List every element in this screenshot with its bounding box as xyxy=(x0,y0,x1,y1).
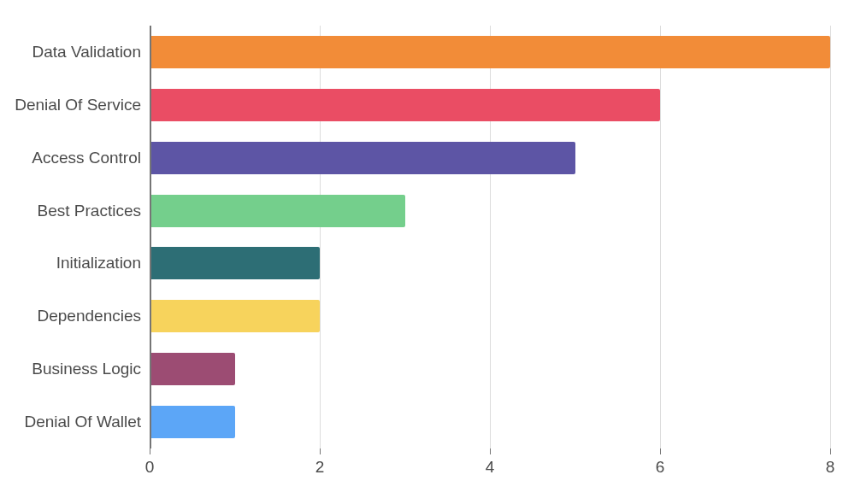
y-tick-label: Denial Of Service xyxy=(0,89,141,121)
x-axis-labels: 02468 xyxy=(150,453,830,487)
y-tick-label: Denial Of Wallet xyxy=(0,406,141,438)
y-tick-label: Initialization xyxy=(0,247,141,279)
bar-fill xyxy=(150,353,235,385)
bar xyxy=(150,36,830,68)
bar-fill xyxy=(150,300,320,332)
x-tick-label: 4 xyxy=(486,458,495,477)
gridline xyxy=(660,26,661,448)
bar xyxy=(150,406,235,438)
bar-fill xyxy=(150,195,405,227)
y-axis-labels: Data ValidationDenial Of ServiceAccess C… xyxy=(0,26,141,448)
bar xyxy=(150,142,575,174)
x-tick-label: 6 xyxy=(656,458,665,477)
bar xyxy=(150,353,235,385)
plot-area xyxy=(150,26,830,448)
bar xyxy=(150,195,405,227)
x-tick-label: 0 xyxy=(145,458,155,477)
bar-fill xyxy=(150,89,660,121)
bar-fill xyxy=(150,406,235,438)
y-axis-line xyxy=(150,26,151,448)
x-tick-mark xyxy=(830,448,831,454)
y-tick-label: Best Practices xyxy=(0,195,141,227)
gridline xyxy=(830,26,831,448)
y-tick-label: Dependencies xyxy=(0,300,141,332)
y-tick-label: Data Validation xyxy=(0,36,141,68)
bar-fill xyxy=(150,247,320,279)
bar-fill xyxy=(150,36,830,68)
x-tick-label: 8 xyxy=(826,458,835,477)
x-tick-label: 2 xyxy=(315,458,325,477)
bar xyxy=(150,89,660,121)
bar-fill xyxy=(150,142,575,174)
y-tick-label: Business Logic xyxy=(0,353,141,385)
bar xyxy=(150,300,320,332)
bar-chart: Data ValidationDenial Of ServiceAccess C… xyxy=(0,0,843,504)
bar xyxy=(150,247,320,279)
y-tick-label: Access Control xyxy=(0,142,141,174)
